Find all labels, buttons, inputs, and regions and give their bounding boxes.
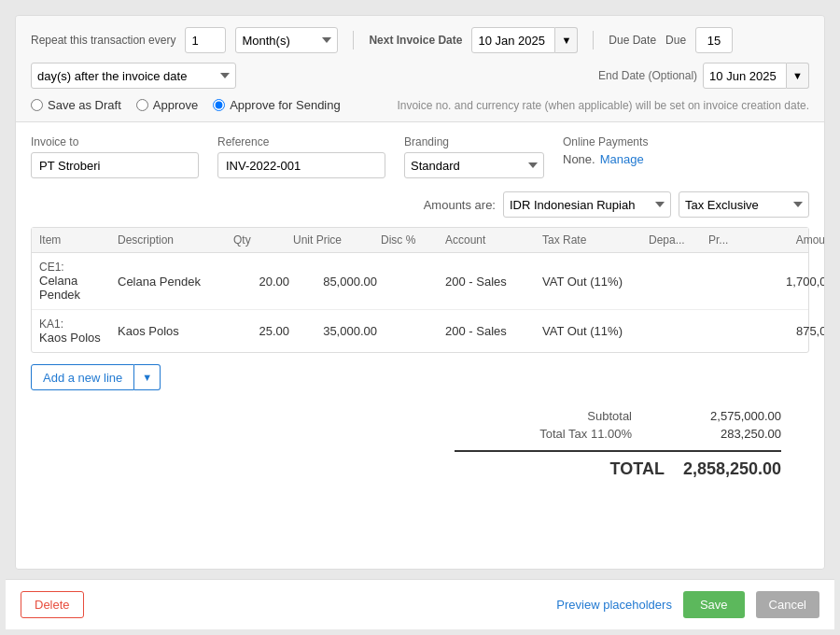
radio-approve-input[interactable] [136,99,148,111]
tax-row: Total Tax 11.00% 283,250.00 [455,427,781,441]
row2-account: 200 - Sales [445,324,539,338]
table-header: Item Description Qty Unit Price Disc % A… [32,228,808,253]
radio-approve-sending[interactable]: Approve for Sending [213,98,341,112]
row2-amount: 875,000.00 [763,324,825,338]
add-new-line-button[interactable]: Add a new line [31,364,134,390]
th-depa: Depa... [649,233,705,247]
reference-input[interactable] [217,152,385,178]
tax-type-select[interactable]: Tax Exclusive [679,191,809,218]
th-unit-price: Unit Price [293,233,377,247]
radio-save-draft[interactable]: Save as Draft [31,98,121,112]
th-qty: Qty [233,233,289,247]
row2-description: Kaos Polos [118,324,230,338]
table-row: KA1: Kaos Polos Kaos Polos 25.00 35,000.… [32,310,808,352]
subtotal-row: Subtotal 2,575,000.00 [455,409,781,423]
amounts-label: Amounts are: [424,198,496,212]
cancel-button[interactable]: Cancel [756,591,819,618]
add-line-dropdown-btn[interactable]: ▼ [134,364,161,390]
subtotal-value: 2,575,000.00 [669,409,781,423]
th-description: Description [118,233,230,247]
next-invoice-label: Next Invoice Date [369,34,462,47]
radio-approve-sending-label: Approve for Sending [230,98,341,112]
th-disc: Disc % [381,233,441,247]
tax-label: Total Tax 11.00% [539,427,632,441]
invoice-items-table: Item Description Qty Unit Price Disc % A… [31,227,809,353]
row1-item-code: CE1: [39,261,114,274]
invoice-to-label: Invoice to [31,135,199,148]
radio-save-draft-input[interactable] [31,99,43,111]
table-row: CE1: Celana Pendek Celana Pendek 20.00 8… [32,253,808,310]
due-days-type-select[interactable]: day(s) after the invoice date [31,63,236,89]
row1-amount: 1,700,000.00 [763,275,825,289]
end-date-calendar-btn[interactable]: ▼ [787,63,809,89]
next-invoice-input[interactable] [471,27,555,53]
delete-button[interactable]: Delete [21,591,84,618]
footer: Delete Preview placeholders Save Cancel [6,579,834,629]
branding-group: Branding Standard [404,135,544,178]
repeat-label: Repeat this transaction every [31,34,175,47]
preview-placeholders-link[interactable]: Preview placeholders [556,598,672,612]
row2-qty: 25.00 [233,324,289,338]
tax-value: 283,250.00 [669,427,781,441]
totals-section: Subtotal 2,575,000.00 Total Tax 11.00% 2… [31,409,809,479]
online-payments-group: Online Payments None. Manage [563,135,648,178]
radio-approve[interactable]: Approve [136,98,198,112]
next-invoice-calendar-btn[interactable]: ▼ [555,27,578,53]
branding-label: Branding [404,135,544,148]
end-date-input[interactable] [703,63,787,89]
th-amount: Amount IDR [763,233,825,247]
manage-link[interactable]: Manage [600,152,644,166]
row1-tax-rate: VAT Out (11%) [542,275,645,289]
currency-select[interactable]: IDR Indonesian Rupiah [503,191,671,218]
add-line-container: Add a new line ▼ [31,364,809,390]
th-tax-rate: Tax Rate [542,233,645,247]
row1-item: CE1: Celana Pendek [39,261,114,302]
interval-unit-select[interactable]: Month(s) [235,27,338,53]
invoice-to-group: Invoice to [31,135,199,178]
invoice-info-text: Invoice no. and currency rate (when appl… [356,99,809,112]
radio-save-draft-label: Save as Draft [48,98,121,112]
due-prefix: Due [665,34,686,47]
due-days-input[interactable] [695,27,733,53]
row2-item-code: KA1: [39,318,114,331]
row1-qty: 20.00 [233,275,289,289]
subtotal-label: Subtotal [587,409,632,423]
save-button[interactable]: Save [683,591,745,618]
footer-right: Preview placeholders Save Cancel [556,591,819,618]
branding-select[interactable]: Standard [404,152,544,178]
reference-group: Reference [217,135,385,178]
row1-item-name: Celana Pendek [39,274,114,302]
grand-total-row: TOTAL 2,858,250.00 [455,459,781,479]
end-date-label: End Date (Optional) [598,69,697,82]
row2-item-name: Kaos Polos [39,331,114,345]
row2-unit-price: 35,000.00 [293,324,377,338]
due-date-label: Due Date [609,34,656,47]
reference-label: Reference [217,135,385,148]
grand-total-value: 2,858,250.00 [683,459,781,479]
th-account: Account [445,233,539,247]
interval-value-input[interactable] [185,27,226,53]
invoice-to-input[interactable] [31,152,199,178]
total-divider [455,450,781,452]
online-payments-label: Online Payments [563,135,648,148]
radio-approve-label: Approve [153,98,198,112]
row1-account: 200 - Sales [445,275,539,289]
row2-tax-rate: VAT Out (11%) [542,324,645,338]
th-item: Item [39,233,114,247]
row2-item: KA1: Kaos Polos [39,318,114,345]
row1-unit-price: 85,000.00 [293,275,377,289]
online-payments-value: None. [563,152,595,166]
radio-approve-sending-input[interactable] [213,99,225,111]
grand-total-label: TOTAL [610,459,665,479]
row1-description: Celana Pendek [118,275,230,289]
th-pr: Pr... [708,233,760,247]
